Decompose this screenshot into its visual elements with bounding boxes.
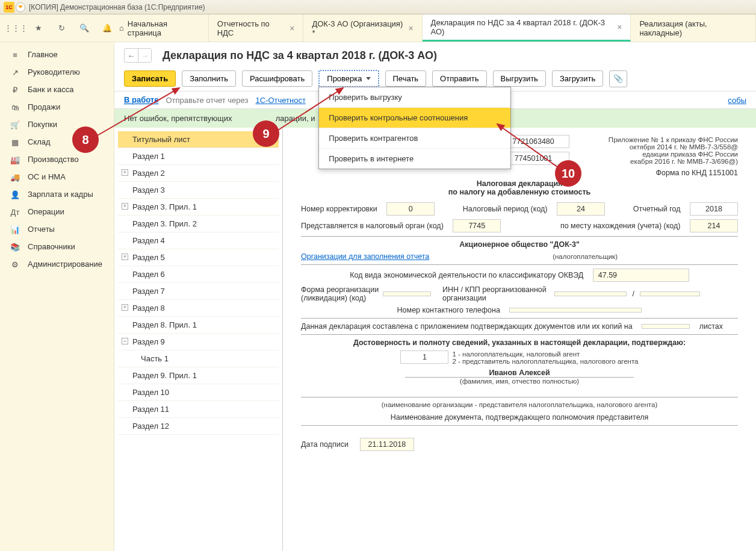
apps-icon[interactable]: ⋮⋮⋮ [10,22,22,34]
sidebar-label: Зарплата и кадры [28,190,93,199]
close-icon[interactable]: × [290,23,294,33]
sidebar-item-reports[interactable]: 📊Отчеты [0,220,114,238]
sidebar-item-production[interactable]: 🏭Производство [0,151,114,168]
menu-check-export[interactable]: Проверить выгрузку [319,87,510,108]
sidebar-label: ОС и НМА [28,172,66,181]
okved-field[interactable]: 47.59 [593,269,689,282]
reorg-field[interactable] [383,291,431,296]
tax-field[interactable]: 7745 [453,219,501,232]
other-ways-link[interactable]: собы [728,96,746,105]
sidebar-item-operations[interactable]: ДтОперации [0,203,114,220]
sidebar-item-sales[interactable]: 🛍Продажи [0,98,114,116]
section-item[interactable]: Раздел 6 [118,266,279,283]
print-button[interactable]: Печать [385,70,427,87]
corr-field[interactable]: 0 [386,202,435,216]
tab-declaration[interactable]: Декларация по НДС за 4 квартал 2018 г. (… [423,14,631,42]
sidebar-item-bank[interactable]: ₽Банк и касса [0,81,114,98]
truck-icon: 🚚 [10,173,20,181]
check-button[interactable]: Проверка [318,70,379,87]
auth-hint: (наименование организации - представител… [301,401,738,408]
year-field[interactable]: 2018 [690,202,738,216]
section-item[interactable]: Раздел 11 [118,401,279,418]
star-icon[interactable]: ★ [33,22,45,34]
reorg-inn-field[interactable] [554,291,627,296]
section-item[interactable]: Раздел 8. Прил. 1 [118,317,279,334]
expand-icon[interactable]: + [122,304,128,311]
search-icon[interactable]: 🔍 [78,22,90,34]
org-link[interactable]: Организации для заполнения отчета [301,252,429,261]
attach-button[interactable]: 📎 [609,70,627,87]
reorg-kpp-field[interactable] [640,291,700,296]
section-item[interactable]: Раздел 7 [118,283,279,300]
send-button[interactable]: Отправить [432,70,486,87]
section-item[interactable]: Раздел 1 [118,148,279,165]
content: ← → Декларация по НДС за 4 квартал 2018 … [114,42,756,551]
doc-h2: по налогу на добавленную стоимость [301,188,738,196]
section-item[interactable]: +Раздел 8 [118,300,279,317]
section-item[interactable]: Раздел 3 [118,182,279,199]
section-item[interactable]: Часть 1 [118,350,279,367]
expand-icon[interactable]: + [122,203,128,210]
period-label: Налоговый период (код) [463,205,548,213]
import-button[interactable]: Загрузить [552,70,603,87]
sidebar-item-assets[interactable]: 🚚ОС и НМА [0,168,114,185]
back-button[interactable]: ← [125,49,138,62]
section-item[interactable]: Раздел 3. Прил. 2 [118,216,279,232]
expand-icon[interactable]: + [122,254,128,260]
tab-sales[interactable]: Реализация (акты, накладные) [631,14,756,42]
window-title: [КОПИЯ] Демонстрационная база (1С:Предпр… [29,3,205,11]
section-item[interactable]: Раздел 12 [118,418,279,435]
sidebar-item-refs[interactable]: 📚Справочники [0,238,114,255]
menu-check-online[interactable]: Проверить в интернете [319,149,510,169]
sidebar-item-manager[interactable]: ↗Руководителю [0,63,114,81]
section-item[interactable]: Раздел 9. Прил. 1 [118,367,279,384]
forward-button[interactable]: → [138,49,151,62]
place-field[interactable]: 214 [690,219,738,232]
save-button[interactable]: Записать [124,70,176,87]
section-item[interactable]: +Раздел 5 [118,249,279,266]
decode-button[interactable]: Расшифровать [242,70,312,87]
tab-label: Реализация (акты, накладные) [639,19,747,37]
state-link[interactable]: В работе [124,95,158,105]
section-list[interactable]: Титульный листРаздел 1+Раздел 2Раздел 3+… [114,128,283,551]
status-link[interactable]: 1С-Отчетност [255,96,305,105]
sidebar-item-purchases[interactable]: 🛒Покупки [0,116,114,133]
history-icon[interactable]: ↻ [55,22,67,34]
sidebar-label: Администрирование [28,260,102,269]
section-item[interactable]: –Раздел 9 [118,334,279,350]
okved-label: Код вида экономической деятельности по к… [350,271,583,279]
tab-vat-reports[interactable]: Отчетность по НДС× [209,14,304,42]
dtkt-icon: Дт [10,208,20,216]
sign-date-field[interactable]: 21.11.2018 [360,438,414,451]
bag-icon: 🛍 [10,103,20,111]
section-label: Раздел 10 [132,388,169,397]
menu-icon: ≡ [10,51,20,59]
expand-icon[interactable]: – [122,338,128,344]
sidebar-label: Продажи [28,102,60,111]
fill-button[interactable]: Заполнить [182,70,236,87]
sidebar-item-admin[interactable]: ⚙Администрирование [0,255,114,273]
org-name: Акционерное общество "ДОК-3" [301,240,738,249]
menu-check-agents[interactable]: Проверить контрагентов [319,128,510,149]
callout-8: 8 [72,126,99,153]
tab-home[interactable]: ⌂Начальная страница [114,14,209,42]
bell-icon[interactable]: 🔔 [101,22,113,34]
sign-opt-field[interactable]: 1 [400,350,448,364]
expand-icon[interactable]: + [122,169,128,176]
pages-field[interactable] [642,324,690,329]
section-item[interactable]: Раздел 4 [118,232,279,249]
close-icon[interactable]: × [408,23,413,33]
export-button[interactable]: Выгрузить [493,70,546,87]
sidebar-item-main[interactable]: ≡Главное [0,46,114,63]
app-menu-button[interactable] [16,2,25,12]
close-icon[interactable]: × [617,22,622,32]
toolbar: Записать Заполнить Расшифровать Проверка… [114,66,756,91]
phone-field[interactable] [509,308,642,313]
period-field[interactable]: 24 [557,202,605,216]
tab-dok3-org[interactable]: ДОК-3 АО (Организация) *× [303,14,422,42]
menu-check-control[interactable]: Проверить контрольные соотношения [319,108,510,128]
section-item[interactable]: +Раздел 2 [118,165,279,182]
sidebar-item-hr[interactable]: 👤Зарплата и кадры [0,185,114,203]
section-item[interactable]: +Раздел 3. Прил. 1 [118,199,279,216]
section-item[interactable]: Раздел 10 [118,384,279,401]
